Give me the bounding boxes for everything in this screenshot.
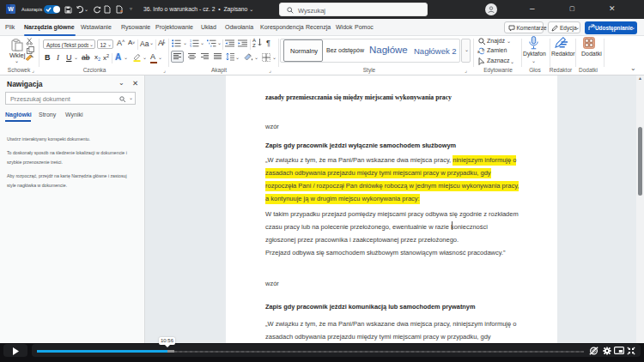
svg-text:b: b	[483, 47, 485, 52]
svg-text:Z: Z	[252, 43, 256, 47]
svg-text:3: 3	[190, 45, 191, 47]
svg-text:a: a	[477, 49, 480, 54]
svg-text:W: W	[8, 6, 14, 12]
